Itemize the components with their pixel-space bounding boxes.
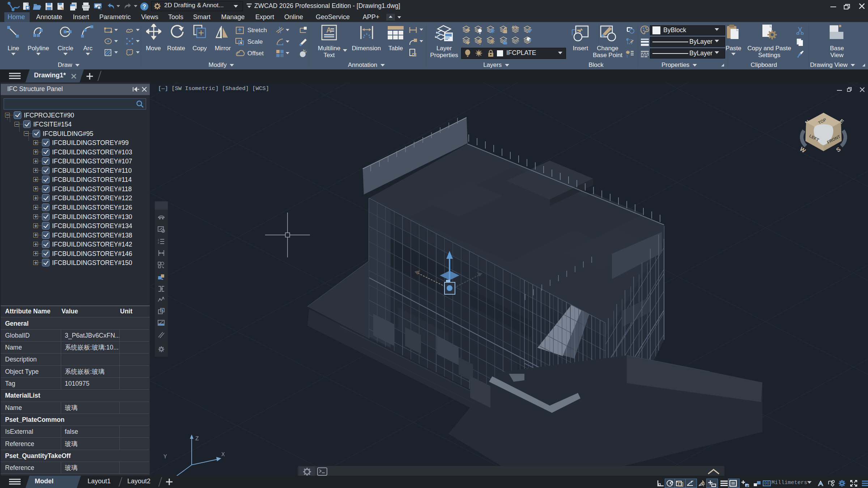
svg-text:X: X [221,451,225,458]
svg-text:1: 1 [158,239,159,241]
svg-text:[—] [SW Isometric] [Shaded] [W: [—] [SW Isometric] [Shaded] [WCS] [158,85,269,92]
svg-text:00: 00 [764,481,769,486]
svg-text:A: A [326,26,331,34]
svg-text:?: ? [142,4,146,10]
svg-text:2: 2 [158,241,159,244]
svg-text:Z: Z [195,436,199,442]
svg-text:Y: Y [163,454,167,460]
